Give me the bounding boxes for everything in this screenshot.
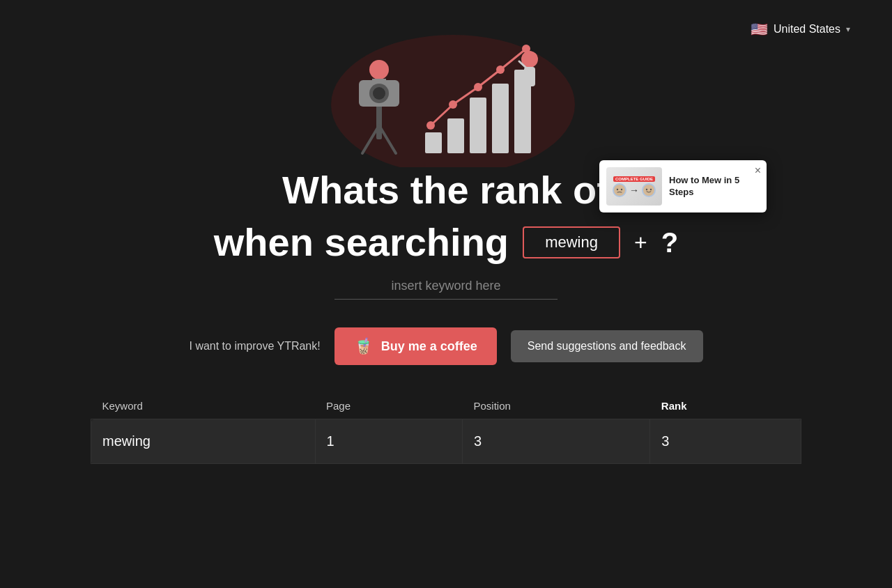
svg-point-6 bbox=[373, 87, 385, 100]
svg-point-17 bbox=[496, 65, 505, 74]
svg-point-25 bbox=[621, 188, 622, 189]
promo-card: × COMPLETE GUIDE bbox=[599, 160, 767, 212]
promo-close-button[interactable]: × bbox=[755, 164, 761, 177]
headline-row: Whats the rank of × COMPLETE GUIDE bbox=[42, 167, 850, 212]
keyword-input[interactable] bbox=[334, 273, 558, 300]
svg-point-24 bbox=[617, 188, 618, 189]
hero-svg bbox=[314, 14, 578, 167]
col-rank: Rank bbox=[650, 393, 801, 419]
promo-thumbnail: COMPLETE GUIDE → bbox=[606, 167, 662, 206]
svg-point-28 bbox=[650, 188, 652, 189]
cell-rank: 3 bbox=[650, 419, 801, 464]
promo-title: How to Mew in 5 Steps bbox=[669, 175, 760, 199]
table-row: mewing 1 3 3 bbox=[91, 419, 801, 464]
buy-coffee-label: Buy me a coffee bbox=[381, 339, 477, 354]
help-button[interactable]: ? bbox=[661, 229, 678, 256]
svg-rect-11 bbox=[470, 98, 486, 153]
promo-faces: → bbox=[613, 183, 656, 197]
promo-thumbnail-inner: COMPLETE GUIDE → bbox=[606, 167, 662, 206]
col-position: Position bbox=[462, 393, 649, 419]
keyword-input-row bbox=[334, 273, 558, 300]
svg-point-26 bbox=[643, 185, 654, 196]
coffee-icon: 🧋 bbox=[354, 337, 373, 355]
svg-point-16 bbox=[474, 83, 482, 91]
svg-rect-9 bbox=[425, 132, 442, 153]
cta-label: I want to improve YTRank! bbox=[189, 340, 320, 353]
feedback-button[interactable]: Send suggestions and feedback bbox=[511, 330, 703, 362]
cell-keyword: mewing bbox=[91, 419, 316, 464]
results-section: Keyword Page Position Rank mewing 1 3 3 bbox=[49, 393, 843, 464]
col-keyword: Keyword bbox=[91, 393, 316, 419]
svg-rect-10 bbox=[447, 118, 464, 153]
promo-label: COMPLETE GUIDE bbox=[613, 176, 655, 182]
main-content: Whats the rank of × COMPLETE GUIDE bbox=[0, 181, 892, 365]
svg-point-15 bbox=[449, 100, 457, 109]
cell-position: 3 bbox=[462, 419, 649, 464]
results-table: Keyword Page Position Rank mewing 1 3 3 bbox=[91, 393, 801, 464]
svg-rect-12 bbox=[492, 84, 509, 153]
svg-rect-8 bbox=[372, 79, 386, 82]
svg-point-14 bbox=[426, 121, 435, 130]
hero-illustration bbox=[314, 14, 578, 167]
svg-point-23 bbox=[614, 185, 625, 196]
cta-row: I want to improve YTRank! 🧋 Buy me a cof… bbox=[189, 327, 702, 365]
svg-point-7 bbox=[369, 60, 389, 79]
face-after bbox=[642, 183, 656, 197]
cell-page: 1 bbox=[315, 419, 462, 464]
table-header: Keyword Page Position Rank bbox=[91, 393, 801, 419]
promo-arrow: → bbox=[629, 185, 639, 196]
search-label: when searching bbox=[214, 219, 509, 265]
col-page: Page bbox=[315, 393, 462, 419]
svg-point-27 bbox=[646, 188, 647, 189]
face-before bbox=[613, 183, 626, 197]
add-keyword-button[interactable]: + bbox=[634, 231, 647, 254]
search-row: when searching mewing + ? bbox=[42, 219, 850, 265]
buy-coffee-button[interactable]: 🧋 Buy me a coffee bbox=[334, 327, 497, 365]
table-body: mewing 1 3 3 bbox=[91, 419, 801, 464]
hero-section bbox=[0, 0, 892, 181]
keyword-badge: mewing bbox=[523, 226, 620, 258]
headline-part1: Whats the rank of bbox=[282, 167, 610, 212]
